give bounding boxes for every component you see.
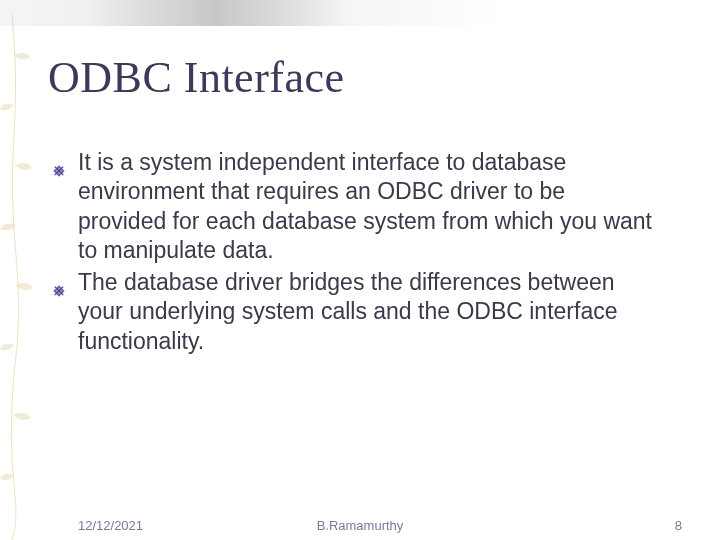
header-gradient-bar: [0, 0, 720, 26]
slide-title: ODBC Interface: [48, 52, 345, 103]
bullet-item: The database driver bridges the differen…: [78, 268, 658, 356]
bullet-text: The database driver bridges the differen…: [78, 269, 617, 354]
diamond-bullet-icon: [52, 156, 66, 185]
bullet-text: It is a system independent interface to …: [78, 149, 652, 263]
bullet-item: It is a system independent interface to …: [78, 148, 658, 266]
slide-body: It is a system independent interface to …: [78, 148, 658, 358]
diamond-bullet-icon: [52, 276, 66, 305]
side-leaf-ornament: [0, 15, 46, 540]
footer-author: B.Ramamurthy: [0, 518, 720, 533]
footer-page-number: 8: [675, 518, 682, 533]
